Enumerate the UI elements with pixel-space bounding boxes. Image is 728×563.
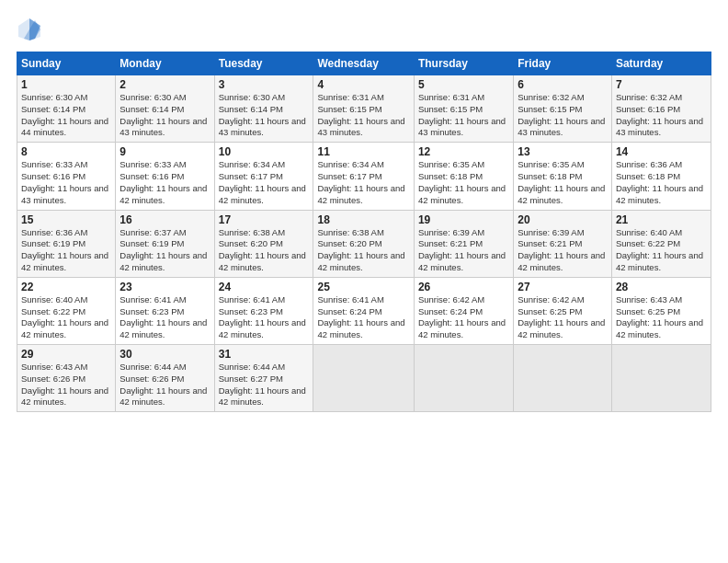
calendar-cell: 11 Sunrise: 6:34 AM Sunset: 6:17 PM Dayl… xyxy=(313,143,414,210)
day-info: Sunrise: 6:35 AM Sunset: 6:18 PM Dayligh… xyxy=(518,159,608,206)
day-info: Sunrise: 6:42 AM Sunset: 6:24 PM Dayligh… xyxy=(418,294,509,341)
calendar-cell xyxy=(514,345,612,412)
calendar-cell: 31 Sunrise: 6:44 AM Sunset: 6:27 PM Dayl… xyxy=(214,345,313,412)
day-number: 25 xyxy=(317,281,409,293)
day-info: Sunrise: 6:43 AM Sunset: 6:26 PM Dayligh… xyxy=(21,362,111,408)
day-number: 17 xyxy=(219,213,310,226)
day-number: 27 xyxy=(518,281,608,293)
day-info: Sunrise: 6:39 AM Sunset: 6:21 PM Dayligh… xyxy=(518,227,608,274)
day-info: Sunrise: 6:33 AM Sunset: 6:16 PM Dayligh… xyxy=(21,159,111,206)
day-number: 31 xyxy=(219,348,310,361)
day-number: 12 xyxy=(418,145,509,158)
day-number: 14 xyxy=(616,145,707,158)
calendar-cell: 29 Sunrise: 6:43 AM Sunset: 6:26 PM Dayl… xyxy=(17,345,116,412)
calendar-cell: 2 Sunrise: 6:30 AM Sunset: 6:14 PM Dayli… xyxy=(116,75,214,143)
calendar-cell: 22 Sunrise: 6:40 AM Sunset: 6:22 PM Dayl… xyxy=(17,277,116,344)
calendar-cell: 28 Sunrise: 6:43 AM Sunset: 6:25 PM Dayl… xyxy=(611,277,711,344)
day-info: Sunrise: 6:37 AM Sunset: 6:19 PM Dayligh… xyxy=(119,227,210,274)
day-info: Sunrise: 6:40 AM Sunset: 6:22 PM Dayligh… xyxy=(21,294,111,341)
day-info: Sunrise: 6:40 AM Sunset: 6:22 PM Dayligh… xyxy=(616,227,707,274)
day-number: 20 xyxy=(518,213,608,226)
day-info: Sunrise: 6:32 AM Sunset: 6:15 PM Dayligh… xyxy=(518,92,608,139)
calendar-cell: 18 Sunrise: 6:38 AM Sunset: 6:20 PM Dayl… xyxy=(313,210,414,277)
calendar-cell: 23 Sunrise: 6:41 AM Sunset: 6:23 PM Dayl… xyxy=(116,277,214,344)
day-number: 18 xyxy=(317,213,409,226)
calendar-cell: 1 Sunrise: 6:30 AM Sunset: 6:14 PM Dayli… xyxy=(17,75,116,143)
day-info: Sunrise: 6:41 AM Sunset: 6:23 PM Dayligh… xyxy=(119,294,210,341)
logo-icon xyxy=(17,17,42,42)
calendar-cell: 14 Sunrise: 6:36 AM Sunset: 6:18 PM Dayl… xyxy=(611,143,711,210)
calendar-cell: 15 Sunrise: 6:36 AM Sunset: 6:19 PM Dayl… xyxy=(17,210,116,277)
calendar-cell: 26 Sunrise: 6:42 AM Sunset: 6:24 PM Dayl… xyxy=(414,277,513,344)
day-number: 3 xyxy=(219,78,310,91)
day-number: 5 xyxy=(418,78,509,91)
day-info: Sunrise: 6:31 AM Sunset: 6:15 PM Dayligh… xyxy=(418,92,509,139)
calendar-cell: 12 Sunrise: 6:35 AM Sunset: 6:18 PM Dayl… xyxy=(414,143,513,210)
page: SundayMondayTuesdayWednesdayThursdayFrid… xyxy=(0,0,728,563)
day-info: Sunrise: 6:35 AM Sunset: 6:18 PM Dayligh… xyxy=(418,159,509,206)
weekday-header-thursday: Thursday xyxy=(414,52,513,75)
calendar-cell xyxy=(313,345,414,412)
weekday-header-row: SundayMondayTuesdayWednesdayThursdayFrid… xyxy=(17,52,711,75)
day-number: 1 xyxy=(21,78,111,91)
day-number: 19 xyxy=(418,213,509,226)
day-info: Sunrise: 6:30 AM Sunset: 6:14 PM Dayligh… xyxy=(21,92,111,139)
day-number: 28 xyxy=(616,281,707,293)
calendar-cell: 17 Sunrise: 6:38 AM Sunset: 6:20 PM Dayl… xyxy=(214,210,313,277)
day-info: Sunrise: 6:30 AM Sunset: 6:14 PM Dayligh… xyxy=(219,92,310,139)
day-info: Sunrise: 6:42 AM Sunset: 6:25 PM Dayligh… xyxy=(518,294,608,341)
calendar-cell: 13 Sunrise: 6:35 AM Sunset: 6:18 PM Dayl… xyxy=(514,143,612,210)
calendar-cell: 7 Sunrise: 6:32 AM Sunset: 6:16 PM Dayli… xyxy=(611,75,711,143)
week-row-2: 8 Sunrise: 6:33 AM Sunset: 6:16 PM Dayli… xyxy=(17,143,711,210)
weekday-header-saturday: Saturday xyxy=(611,52,711,75)
day-info: Sunrise: 6:36 AM Sunset: 6:19 PM Dayligh… xyxy=(21,227,111,274)
day-number: 8 xyxy=(21,145,111,158)
weekday-header-sunday: Sunday xyxy=(17,52,116,75)
day-info: Sunrise: 6:41 AM Sunset: 6:23 PM Dayligh… xyxy=(219,294,310,341)
day-number: 13 xyxy=(518,145,608,158)
calendar-cell: 6 Sunrise: 6:32 AM Sunset: 6:15 PM Dayli… xyxy=(514,75,612,143)
calendar-cell: 27 Sunrise: 6:42 AM Sunset: 6:25 PM Dayl… xyxy=(514,277,612,344)
day-info: Sunrise: 6:43 AM Sunset: 6:25 PM Dayligh… xyxy=(616,294,707,341)
calendar-cell xyxy=(611,345,711,412)
calendar-cell: 24 Sunrise: 6:41 AM Sunset: 6:23 PM Dayl… xyxy=(214,277,313,344)
weekday-header-wednesday: Wednesday xyxy=(313,52,414,75)
day-info: Sunrise: 6:31 AM Sunset: 6:15 PM Dayligh… xyxy=(317,92,409,139)
weekday-header-tuesday: Tuesday xyxy=(214,52,313,75)
day-number: 10 xyxy=(219,145,310,158)
calendar: SundayMondayTuesdayWednesdayThursdayFrid… xyxy=(17,52,711,412)
logo xyxy=(17,17,46,42)
day-number: 4 xyxy=(317,78,409,91)
day-number: 22 xyxy=(21,281,111,293)
calendar-cell: 10 Sunrise: 6:34 AM Sunset: 6:17 PM Dayl… xyxy=(214,143,313,210)
day-info: Sunrise: 6:34 AM Sunset: 6:17 PM Dayligh… xyxy=(317,159,409,206)
day-info: Sunrise: 6:38 AM Sunset: 6:20 PM Dayligh… xyxy=(317,227,409,274)
week-row-5: 29 Sunrise: 6:43 AM Sunset: 6:26 PM Dayl… xyxy=(17,345,711,412)
calendar-cell: 5 Sunrise: 6:31 AM Sunset: 6:15 PM Dayli… xyxy=(414,75,513,143)
calendar-cell: 30 Sunrise: 6:44 AM Sunset: 6:26 PM Dayl… xyxy=(116,345,214,412)
calendar-cell: 21 Sunrise: 6:40 AM Sunset: 6:22 PM Dayl… xyxy=(611,210,711,277)
week-row-3: 15 Sunrise: 6:36 AM Sunset: 6:19 PM Dayl… xyxy=(17,210,711,277)
day-number: 6 xyxy=(518,78,608,91)
day-number: 11 xyxy=(317,145,409,158)
calendar-cell: 9 Sunrise: 6:33 AM Sunset: 6:16 PM Dayli… xyxy=(116,143,214,210)
weekday-header-monday: Monday xyxy=(116,52,214,75)
calendar-cell: 16 Sunrise: 6:37 AM Sunset: 6:19 PM Dayl… xyxy=(116,210,214,277)
day-number: 29 xyxy=(21,348,111,361)
weekday-header-friday: Friday xyxy=(514,52,612,75)
day-info: Sunrise: 6:32 AM Sunset: 6:16 PM Dayligh… xyxy=(616,92,707,139)
day-info: Sunrise: 6:44 AM Sunset: 6:26 PM Dayligh… xyxy=(119,362,210,408)
week-row-4: 22 Sunrise: 6:40 AM Sunset: 6:22 PM Dayl… xyxy=(17,277,711,344)
day-info: Sunrise: 6:41 AM Sunset: 6:24 PM Dayligh… xyxy=(317,294,409,341)
day-info: Sunrise: 6:30 AM Sunset: 6:14 PM Dayligh… xyxy=(119,92,210,139)
day-info: Sunrise: 6:44 AM Sunset: 6:27 PM Dayligh… xyxy=(219,362,310,408)
calendar-cell: 25 Sunrise: 6:41 AM Sunset: 6:24 PM Dayl… xyxy=(313,277,414,344)
day-number: 24 xyxy=(219,281,310,293)
day-number: 26 xyxy=(418,281,509,293)
day-number: 9 xyxy=(119,145,210,158)
day-info: Sunrise: 6:39 AM Sunset: 6:21 PM Dayligh… xyxy=(418,227,509,274)
calendar-cell: 20 Sunrise: 6:39 AM Sunset: 6:21 PM Dayl… xyxy=(514,210,612,277)
day-number: 15 xyxy=(21,213,111,226)
day-number: 2 xyxy=(119,78,210,91)
day-number: 21 xyxy=(616,213,707,226)
